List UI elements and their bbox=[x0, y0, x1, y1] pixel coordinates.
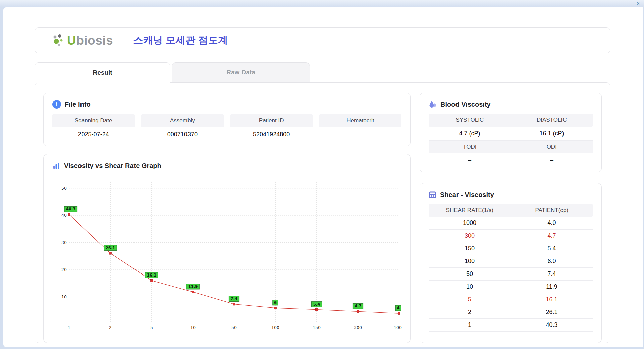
shear-row: 226.1 bbox=[429, 306, 593, 319]
svg-text:1: 1 bbox=[68, 325, 70, 330]
svg-text:4.7: 4.7 bbox=[355, 304, 361, 308]
svg-text:50: 50 bbox=[231, 325, 237, 330]
bv-value-cell: 16.1 (cP) bbox=[511, 127, 593, 140]
field-label: Hematocrit bbox=[319, 114, 401, 127]
shear-table-header: SHEAR RATE(1/s) PATIENT(cp) bbox=[429, 204, 593, 217]
shear-rate-cell: 50 bbox=[429, 268, 511, 280]
svg-text:16.1: 16.1 bbox=[147, 273, 156, 278]
bar-chart-icon bbox=[52, 162, 60, 170]
shear-rate-cell: 5 bbox=[429, 293, 511, 306]
patient-viscosity-cell: 7.4 bbox=[511, 268, 593, 280]
graph-title: Viscosity vs Shear Rate Graph bbox=[64, 162, 161, 170]
file-info-fields: Scanning Date2025-07-24Assembly000710370… bbox=[52, 114, 401, 142]
graph-panel: Viscosity vs Shear Rate Graph 1020304050… bbox=[43, 154, 411, 343]
svg-text:40.3: 40.3 bbox=[66, 207, 75, 211]
svg-text:1000: 1000 bbox=[394, 325, 402, 330]
shear-rate-cell: 1 bbox=[429, 319, 511, 331]
app-header: Ubiosis 스캐닝 모세관 점도계 bbox=[35, 27, 610, 53]
svg-text:6: 6 bbox=[274, 300, 277, 305]
bv-header-cell: SYSTOLIC bbox=[429, 114, 511, 127]
grid-table-icon bbox=[429, 191, 436, 199]
shear-row: 1011.9 bbox=[429, 281, 593, 293]
file-info-header: i File Info bbox=[52, 100, 401, 109]
field-label: Patient ID bbox=[230, 114, 313, 127]
shear-rate-cell: 300 bbox=[429, 230, 511, 242]
shear-row: 516.1 bbox=[429, 293, 593, 306]
blood-viscosity-header: Blood Viscosity bbox=[429, 100, 593, 109]
shear-viscosity-panel: Shear - Viscosity SHEAR RATE(1/s) PATIEN… bbox=[420, 183, 602, 343]
file-info-field-2: Patient ID52041924800 bbox=[230, 114, 313, 142]
shear-rate-cell: 150 bbox=[429, 242, 511, 255]
field-value: 000710370 bbox=[141, 127, 223, 142]
viscosity-chart-svg: 1020304050140.3226.1516.11011.9507.41006… bbox=[54, 174, 402, 334]
svg-text:20: 20 bbox=[61, 267, 67, 272]
shear-row: 10004.0 bbox=[429, 217, 593, 230]
tab-raw-data[interactable]: Raw Data bbox=[172, 62, 310, 83]
patient-viscosity-cell: 4.0 bbox=[511, 217, 593, 229]
bv-value-row: –– bbox=[429, 153, 593, 167]
field-value: 2025-07-24 bbox=[52, 127, 135, 142]
logo-text: Ubiosis bbox=[67, 34, 113, 47]
shear-row: 3004.7 bbox=[429, 230, 593, 242]
shear-rate-cell: 100 bbox=[429, 255, 511, 267]
field-label: Scanning Date bbox=[52, 114, 135, 127]
patient-viscosity-cell: 11.9 bbox=[511, 281, 593, 293]
patient-viscosity-cell: 6.0 bbox=[511, 255, 593, 267]
field-value: 52041924800 bbox=[230, 127, 313, 142]
shear-viscosity-header: Shear - Viscosity bbox=[429, 190, 593, 199]
app-window: Ubiosis 스캐닝 모세관 점도계 Result Raw Data i Fi… bbox=[3, 7, 643, 347]
blood-viscosity-table: SYSTOLICDIASTOLIC4.7 (cP)16.1 (cP)TODIOD… bbox=[429, 114, 593, 167]
bv-header-cell: TODI bbox=[429, 141, 511, 153]
svg-text:50: 50 bbox=[61, 186, 67, 191]
file-info-field-3: Hematocrit bbox=[319, 114, 401, 142]
file-info-title: File Info bbox=[65, 101, 91, 108]
svg-text:10: 10 bbox=[61, 294, 67, 299]
app-title: 스캐닝 모세관 점도계 bbox=[133, 34, 228, 47]
shear-rate-cell: 1000 bbox=[429, 217, 511, 229]
blood-viscosity-title: Blood Viscosity bbox=[440, 101, 491, 108]
shear-rate-cell: 2 bbox=[429, 306, 511, 318]
bv-value-cell: 4.7 (cP) bbox=[429, 127, 511, 140]
svg-text:4: 4 bbox=[397, 306, 400, 310]
bv-header-cell: DIASTOLIC bbox=[511, 114, 593, 127]
bv-value-cell: – bbox=[429, 153, 511, 167]
window-titlebar: × bbox=[0, 0, 644, 7]
svg-text:10: 10 bbox=[190, 325, 196, 330]
viscosity-chart: 1020304050140.3226.1516.11011.9507.41006… bbox=[54, 174, 401, 336]
blood-viscosity-panel: Blood Viscosity SYSTOLICDIASTOLIC4.7 (cP… bbox=[420, 93, 602, 172]
droplet-icon bbox=[429, 100, 437, 109]
shear-row: 507.4 bbox=[429, 268, 593, 281]
field-label: Assembly bbox=[141, 114, 223, 127]
svg-text:5.4: 5.4 bbox=[313, 302, 320, 307]
bv-value-cell: – bbox=[511, 153, 593, 167]
bv-value-row: 4.7 (cP)16.1 (cP) bbox=[429, 127, 593, 141]
window-close-button[interactable]: × bbox=[637, 1, 640, 7]
shear-row: 1505.4 bbox=[429, 242, 593, 255]
patient-viscosity-cell: 40.3 bbox=[511, 319, 593, 331]
svg-text:26.1: 26.1 bbox=[106, 246, 115, 250]
bv-header-row: SYSTOLICDIASTOLIC bbox=[429, 114, 593, 127]
svg-text:7.4: 7.4 bbox=[231, 296, 237, 301]
svg-text:2: 2 bbox=[109, 325, 112, 330]
file-info-panel: i File Info Scanning Date2025-07-24Assem… bbox=[43, 93, 411, 146]
field-value bbox=[319, 127, 401, 142]
svg-text:30: 30 bbox=[61, 240, 67, 245]
svg-text:150: 150 bbox=[313, 325, 321, 330]
patient-column-header: PATIENT(cp) bbox=[511, 204, 593, 217]
svg-text:100: 100 bbox=[271, 325, 279, 330]
file-info-field-1: Assembly000710370 bbox=[141, 114, 223, 142]
patient-viscosity-cell: 26.1 bbox=[511, 306, 593, 318]
shear-viscosity-table: SHEAR RATE(1/s) PATIENT(cp) 10004.03004.… bbox=[429, 204, 593, 332]
patient-viscosity-cell: 16.1 bbox=[511, 293, 593, 306]
tab-result[interactable]: Result bbox=[35, 62, 170, 83]
file-info-field-0: Scanning Date2025-07-24 bbox=[52, 114, 135, 142]
graph-header: Viscosity vs Shear Rate Graph bbox=[52, 161, 401, 170]
shear-viscosity-title: Shear - Viscosity bbox=[440, 191, 494, 199]
shear-row: 1006.0 bbox=[429, 255, 593, 268]
shear-rate-column-header: SHEAR RATE(1/s) bbox=[429, 204, 511, 217]
bv-header-row: TODIODI bbox=[429, 141, 593, 153]
patient-viscosity-cell: 5.4 bbox=[511, 242, 593, 255]
svg-text:11.9: 11.9 bbox=[188, 284, 198, 289]
ubiosis-logo-icon bbox=[52, 33, 66, 48]
info-icon: i bbox=[52, 100, 61, 109]
